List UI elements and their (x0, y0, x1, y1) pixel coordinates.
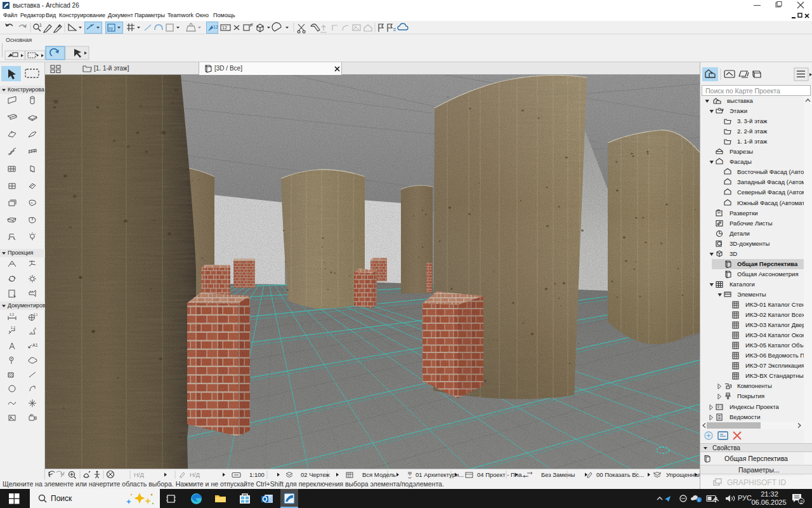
svg-text:xy: xy (108, 26, 114, 31)
svg-text:12: 12 (222, 25, 227, 30)
svg-text:12: 12 (213, 25, 218, 29)
svg-text:1: 1 (39, 23, 42, 27)
svg-text:1,2: 1,2 (11, 326, 15, 330)
svg-text:1,2: 1,2 (10, 312, 14, 316)
svg-text:α: α (34, 326, 36, 330)
svg-text:A1: A1 (32, 343, 37, 347)
svg-text:2: 2 (800, 499, 803, 505)
svg-text:1,2: 1,2 (34, 312, 37, 316)
